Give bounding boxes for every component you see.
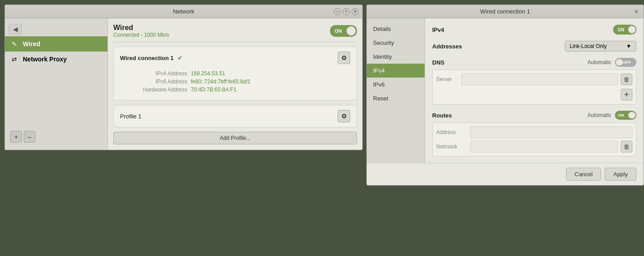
dns-automatic-toggle[interactable]: OFF bbox=[615, 58, 636, 67]
routes-automatic-toggle[interactable]: ON bbox=[615, 111, 636, 120]
nav-ipv6[interactable]: IPv6 bbox=[367, 78, 425, 91]
hw-row: Hardware Address 70:4D:7B:65:8A:F1 bbox=[120, 87, 350, 93]
window-controls: – + ✕ bbox=[334, 8, 359, 15]
ipv4-toggle-knob bbox=[628, 26, 636, 34]
nav-details[interactable]: Details bbox=[367, 22, 425, 36]
connection-settings-button[interactable]: ⚙ bbox=[338, 52, 350, 64]
routes-toggle-label: ON bbox=[616, 113, 626, 117]
close-button[interactable]: ✕ bbox=[352, 8, 359, 15]
addresses-value: Link-Local Only bbox=[570, 43, 607, 49]
hw-value: 70:4D:7B:65:8A:F1 bbox=[191, 87, 236, 93]
dns-box: Server 🗑 + bbox=[432, 69, 636, 104]
ipv4-value: 169.254.53.51 bbox=[191, 70, 225, 77]
wired-title-group: Wired Connected - 1000 Mb/s bbox=[113, 24, 169, 38]
dialog-footer: Cancel Apply bbox=[367, 163, 644, 185]
network-body: ◀ ✎ Wired ⇄ Network Proxy + – bbox=[5, 18, 362, 150]
dns-toggle-knob bbox=[615, 59, 623, 66]
hw-label: Hardware Address bbox=[120, 87, 187, 93]
dns-header: DNS Automatic OFF bbox=[432, 58, 636, 67]
ipv4-row: IPv4 Address 169.254.53.51 bbox=[120, 70, 350, 77]
route-netmask-row: Netmask 🗑 bbox=[436, 141, 632, 152]
network-titlebar: Network – + ✕ bbox=[5, 5, 362, 18]
apply-button[interactable]: Apply bbox=[605, 168, 636, 181]
ipv4-header-row: IPv4 ON bbox=[432, 25, 636, 35]
route-trash-icon: 🗑 bbox=[623, 143, 630, 150]
routes-automatic-label: Automatic bbox=[588, 112, 611, 118]
remove-connection-button[interactable]: – bbox=[24, 131, 35, 143]
nav-ipv4[interactable]: IPv4 bbox=[367, 64, 425, 78]
dialog-sidebar: Details Security Identity IPv4 IPv6 Rese… bbox=[367, 18, 425, 163]
dialog-close-button[interactable]: ✕ bbox=[633, 8, 640, 15]
dns-automatic-label: Automatic bbox=[588, 59, 611, 65]
route-netmask-label: Netmask bbox=[436, 143, 468, 150]
route-address-label: Address bbox=[436, 129, 468, 135]
dialog-body: Details Security Identity IPv4 IPv6 Rese… bbox=[367, 18, 644, 163]
nav-identity[interactable]: Identity bbox=[367, 50, 425, 64]
sidebar: ◀ ✎ Wired ⇄ Network Proxy + – bbox=[5, 18, 108, 150]
ipv4-toggle[interactable]: ON bbox=[613, 25, 636, 35]
dialog-window: Wired connection 1 ✕ Details Security Id… bbox=[366, 4, 644, 186]
nav-security[interactable]: Security bbox=[367, 36, 425, 50]
addresses-row: Addresses Link-Local Only ▼ bbox=[432, 41, 636, 52]
wired-name: Wired bbox=[113, 24, 169, 32]
routes-section: Routes Automatic ON Address bbox=[432, 111, 636, 156]
ipv6-value: fe80::724d:7bff:fe65:8af1 bbox=[191, 78, 250, 85]
profile-name: Profile 1 bbox=[120, 113, 142, 120]
connection-card-1: Wired connection 1 ✔ ⚙ IPv4 Address 169.… bbox=[113, 47, 357, 100]
minimize-button[interactable]: – bbox=[334, 8, 341, 15]
ipv4-label: IPv4 Address bbox=[120, 70, 187, 77]
add-connection-button[interactable]: + bbox=[10, 131, 22, 143]
dns-server-row: Server 🗑 bbox=[436, 74, 632, 85]
ipv4-toggle-label: ON bbox=[615, 27, 627, 32]
wired-icon: ✎ bbox=[10, 40, 18, 48]
wired-header: Wired Connected - 1000 Mb/s ON bbox=[113, 24, 357, 42]
routes-box: Address Netmask 🗑 bbox=[432, 122, 636, 156]
dns-add-button[interactable]: + bbox=[621, 89, 632, 100]
routes-toggle-knob bbox=[628, 112, 636, 119]
route-address-input[interactable] bbox=[470, 126, 632, 138]
ipv6-label: IPv6 Address bbox=[120, 78, 187, 85]
dialog-title: Wired connection 1 bbox=[480, 8, 530, 15]
cancel-button[interactable]: Cancel bbox=[566, 168, 601, 181]
profile-settings-button[interactable]: ⚙ bbox=[338, 110, 350, 122]
server-label: Server bbox=[436, 76, 459, 82]
route-address-row: Address bbox=[436, 126, 632, 138]
dialog-titlebar: Wired connection 1 ✕ bbox=[367, 5, 644, 18]
routes-header: Routes Automatic ON bbox=[432, 111, 636, 120]
addresses-label: Addresses bbox=[432, 43, 462, 50]
plus-icon: + bbox=[624, 90, 629, 100]
wired-toggle[interactable]: ON bbox=[330, 25, 357, 37]
wired-status: Connected - 1000 Mb/s bbox=[113, 32, 169, 38]
add-profile-button[interactable]: Add Profile... bbox=[113, 132, 357, 144]
connection-name-row: Wired connection 1 ✔ bbox=[120, 54, 183, 61]
route-netmask-input[interactable] bbox=[470, 141, 618, 152]
sidebar-item-wired-label: Wired bbox=[23, 40, 40, 48]
active-checkmark-icon: ✔ bbox=[177, 54, 183, 61]
dropdown-arrow-icon: ▼ bbox=[626, 43, 631, 49]
back-button[interactable]: ◀ bbox=[9, 24, 22, 35]
sidebar-footer: + – bbox=[5, 127, 107, 146]
nav-reset[interactable]: Reset bbox=[367, 91, 425, 105]
routes-label: Routes bbox=[432, 112, 452, 119]
network-window-title: Network bbox=[173, 8, 194, 15]
connection-details: IPv4 Address 169.254.53.51 IPv6 Address … bbox=[120, 68, 350, 95]
maximize-button[interactable]: + bbox=[343, 8, 350, 15]
route-delete-button[interactable]: 🗑 bbox=[621, 141, 632, 152]
wired-toggle-label: ON bbox=[332, 28, 345, 34]
ipv4-section-label: IPv4 bbox=[432, 26, 444, 33]
profile-card-1: Profile 1 ⚙ bbox=[113, 105, 357, 127]
dns-delete-button[interactable]: 🗑 bbox=[621, 74, 632, 85]
profile-settings-icon: ⚙ bbox=[341, 113, 347, 120]
trash-icon: 🗑 bbox=[623, 76, 630, 83]
dialog-main-content: IPv4 ON Addresses Link-Local Only ▼ DNS bbox=[425, 18, 644, 163]
routes-toggle-row: Automatic ON bbox=[588, 111, 636, 120]
connection-header: Wired connection 1 ✔ ⚙ bbox=[120, 52, 350, 64]
ipv6-row: IPv6 Address fe80::724d:7bff:fe65:8af1 bbox=[120, 78, 350, 85]
dns-section: DNS Automatic OFF Server 🗑 bbox=[432, 58, 636, 104]
addresses-dropdown[interactable]: Link-Local Only ▼ bbox=[565, 41, 636, 52]
wired-toggle-knob bbox=[346, 26, 356, 36]
sidebar-item-wired[interactable]: ✎ Wired bbox=[5, 36, 107, 52]
dns-server-input[interactable] bbox=[461, 74, 618, 85]
sidebar-item-network-proxy[interactable]: ⇄ Network Proxy bbox=[5, 52, 107, 67]
proxy-icon: ⇄ bbox=[10, 55, 18, 63]
